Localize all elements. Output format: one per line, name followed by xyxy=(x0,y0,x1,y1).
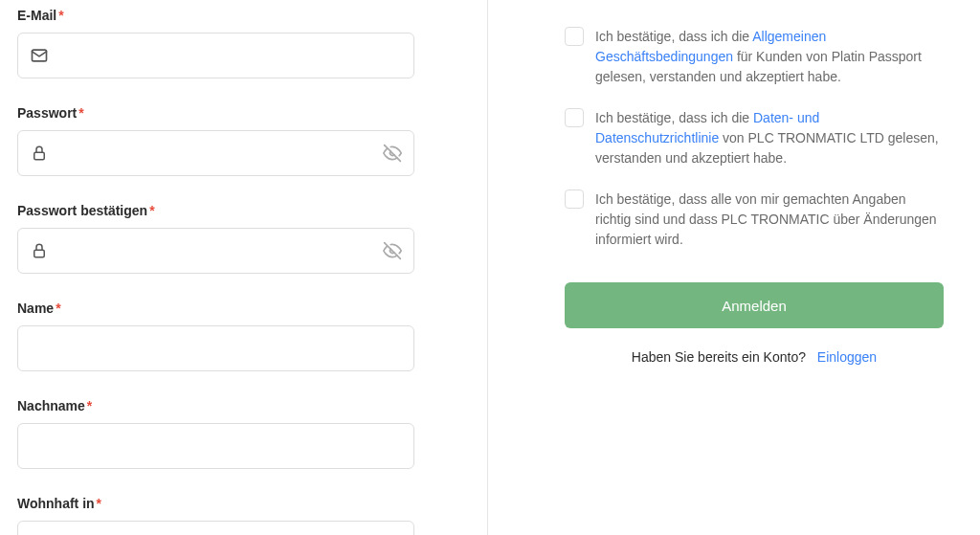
lock-icon xyxy=(18,131,60,175)
lastname-input[interactable] xyxy=(18,424,413,468)
email-input[interactable] xyxy=(60,33,413,78)
name-input-wrap[interactable] xyxy=(17,325,414,371)
accuracy-confirm-row: Ich bestätige, dass alle von mir gemacht… xyxy=(565,189,944,250)
password-group: Passwort* xyxy=(17,105,414,176)
lock-icon xyxy=(18,229,60,273)
lastname-group: Nachname* xyxy=(17,398,414,469)
accuracy-text: Ich bestätige, dass alle von mir gemacht… xyxy=(595,189,944,250)
required-asterisk: * xyxy=(87,398,92,413)
eye-off-icon[interactable] xyxy=(371,131,413,175)
terms-text: Ich bestätige, dass ich die Allgemeinen … xyxy=(595,27,944,87)
password-input[interactable] xyxy=(60,131,371,175)
privacy-confirm-row: Ich bestätige, dass ich die Daten- und D… xyxy=(565,108,944,168)
required-asterisk: * xyxy=(97,496,101,511)
svg-rect-3 xyxy=(34,250,45,257)
lastname-input-wrap[interactable] xyxy=(17,423,414,469)
password-label-text: Passwort xyxy=(17,105,77,121)
password-label: Passwort* xyxy=(17,105,414,121)
name-label: Name* xyxy=(17,301,414,316)
terms-confirm-row: Ich bestätige, dass ich die Allgemeinen … xyxy=(565,27,944,87)
eye-off-icon[interactable] xyxy=(371,229,413,273)
name-input[interactable] xyxy=(18,326,413,370)
required-asterisk: * xyxy=(149,203,154,218)
login-prompt-text: Haben Sie bereits ein Konto? xyxy=(632,349,806,365)
password-input-wrap[interactable] xyxy=(17,130,414,176)
email-icon xyxy=(18,33,60,78)
password-confirm-label-text: Passwort bestätigen xyxy=(17,203,147,218)
privacy-checkbox[interactable] xyxy=(565,108,584,127)
residence-label-text: Wohnhaft in xyxy=(17,496,95,511)
lastname-label: Nachname* xyxy=(17,398,414,413)
residence-select[interactable]: Wohnhaft in xyxy=(17,521,414,535)
residence-label: Wohnhaft in* xyxy=(17,496,414,511)
terms-checkbox[interactable] xyxy=(565,27,584,46)
email-group: E-Mail* xyxy=(17,8,414,78)
email-label-text: E-Mail xyxy=(17,8,56,23)
email-label: E-Mail* xyxy=(17,8,414,23)
name-label-text: Name xyxy=(17,301,54,316)
required-asterisk: * xyxy=(58,8,63,23)
login-link[interactable]: Einloggen xyxy=(817,349,877,365)
password-confirm-input-wrap[interactable] xyxy=(17,228,414,274)
password-confirm-input[interactable] xyxy=(60,229,371,273)
lastname-label-text: Nachname xyxy=(17,398,85,413)
password-confirm-label: Passwort bestätigen* xyxy=(17,203,414,218)
name-group: Name* xyxy=(17,301,414,371)
submit-button[interactable]: Anmelden xyxy=(565,282,944,328)
email-input-wrap[interactable] xyxy=(17,33,414,78)
svg-rect-1 xyxy=(34,152,45,160)
residence-group: Wohnhaft in* Wohnhaft in xyxy=(17,496,414,535)
required-asterisk: * xyxy=(56,301,60,316)
terms-prefix: Ich bestätige, dass ich die xyxy=(595,29,752,44)
password-confirm-group: Passwort bestätigen* xyxy=(17,203,414,274)
privacy-text: Ich bestätige, dass ich die Daten- und D… xyxy=(595,108,944,168)
accuracy-checkbox[interactable] xyxy=(565,189,584,209)
privacy-prefix: Ich bestätige, dass ich die xyxy=(595,110,753,125)
login-row: Haben Sie bereits ein Konto? Einloggen xyxy=(565,349,944,365)
required-asterisk: * xyxy=(78,105,83,121)
